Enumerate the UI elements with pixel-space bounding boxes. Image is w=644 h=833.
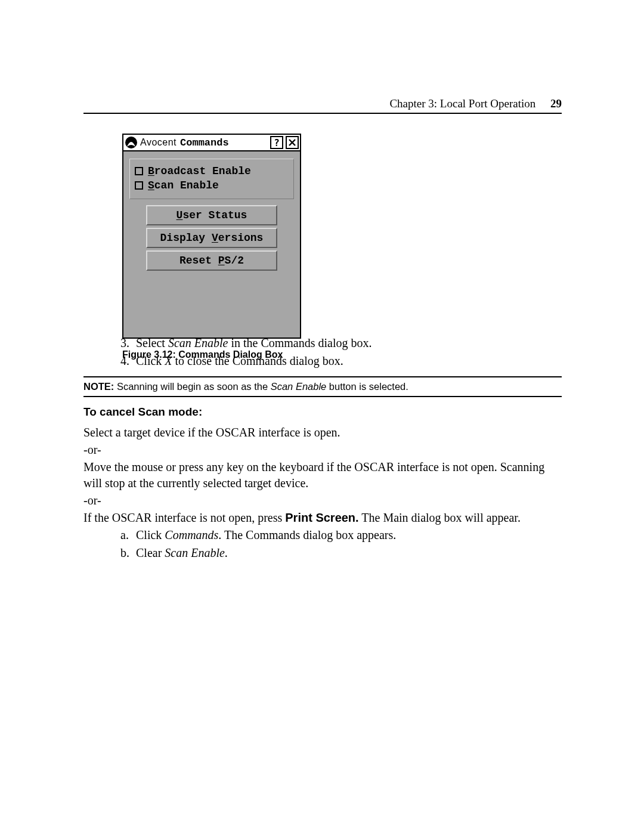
list-item: a.Click Commands. The Commands dialog bo…	[120, 527, 562, 543]
list-item: b.Clear Scan Enable.	[120, 545, 562, 561]
close-button[interactable]	[286, 136, 299, 149]
button-label: User Status	[177, 209, 247, 221]
list-item: 3.Select Scan Enable in the Commands dia…	[120, 335, 562, 351]
dialog-body: Broadcast Enable Scan Enable User Status…	[123, 151, 300, 337]
reset-ps2-button[interactable]: Reset PS/2	[146, 250, 277, 271]
body-text: -or-	[83, 493, 562, 509]
button-label: Reset PS/2	[179, 255, 244, 267]
sub-step-list: a.Click Commands. The Commands dialog bo…	[120, 527, 562, 561]
note-rule	[83, 396, 562, 397]
help-button[interactable]: ?	[270, 136, 283, 149]
figure-commands-dialog: Avocent Commands ? Broadcast Enable	[122, 134, 299, 360]
step-list: 3.Select Scan Enable in the Commands dia…	[120, 335, 562, 369]
button-label: Display Versions	[160, 232, 264, 244]
body-text: If the OSCAR interface is not open, pres…	[83, 510, 562, 526]
header-rule	[83, 113, 562, 114]
note-text: NOTE: Scanning will begin as soon as the…	[83, 380, 562, 394]
dialog-title: Commands	[180, 137, 268, 148]
body-text: -or-	[83, 442, 562, 458]
sub-step-letter: b.	[120, 545, 136, 561]
commands-dialog: Avocent Commands ? Broadcast Enable	[122, 134, 301, 339]
step-number: 4.	[120, 353, 136, 369]
running-header: Chapter 3: Local Port Operation 29	[389, 97, 562, 110]
sub-step-letter: a.	[120, 527, 136, 543]
scan-enable-checkbox[interactable]: Scan Enable	[135, 179, 289, 191]
checkbox-icon	[135, 181, 143, 190]
chapter-label: Chapter 3: Local Port Operation	[389, 97, 535, 110]
display-versions-button[interactable]: Display Versions	[146, 228, 277, 248]
avocent-logo-icon	[125, 136, 138, 149]
close-icon	[288, 138, 296, 147]
step-number: 3.	[120, 335, 136, 351]
page-content: 3.Select Scan Enable in the Commands dia…	[83, 335, 562, 563]
body-text: Move the mouse or press any key on the k…	[83, 459, 562, 491]
list-item: 4.Click X to close the Commands dialog b…	[120, 353, 562, 369]
checkbox-panel: Broadcast Enable Scan Enable	[129, 159, 294, 199]
checkbox-label: Scan Enable	[148, 179, 219, 191]
section-heading: To cancel Scan mode:	[83, 405, 562, 419]
note-rule	[83, 376, 562, 377]
page-number: 29	[550, 97, 562, 110]
body-text: Select a target device if the OSCAR inte…	[83, 425, 562, 441]
dialog-titlebar: Avocent Commands ?	[123, 135, 300, 151]
checkbox-label: Broadcast Enable	[148, 165, 251, 177]
brand-text: Avocent	[140, 137, 177, 148]
broadcast-enable-checkbox[interactable]: Broadcast Enable	[135, 165, 289, 177]
checkbox-icon	[135, 167, 143, 175]
user-status-button[interactable]: User Status	[146, 205, 277, 225]
